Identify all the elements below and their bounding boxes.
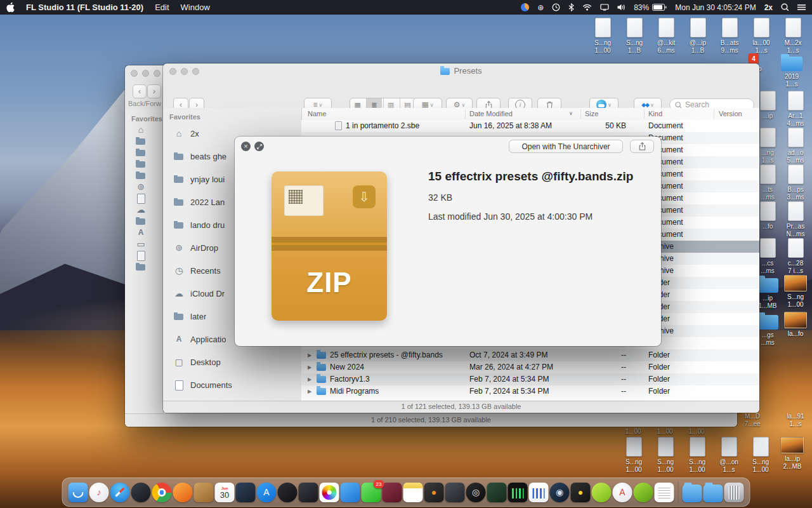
- photos-dock-icon[interactable]: [320, 483, 339, 502]
- mail-dock-icon[interactable]: [341, 483, 360, 502]
- desktop-icon[interactable]: M...D7...ee: [736, 413, 769, 428]
- app-badge-icon[interactable]: [521, 3, 529, 11]
- desktop-icon[interactable]: la...ip2...MB: [777, 437, 808, 471]
- documents-folder-dock-icon[interactable]: [704, 483, 723, 502]
- column-header-kind[interactable]: Kind: [648, 108, 662, 119]
- dark-app-2-dock-icon[interactable]: [236, 483, 256, 502]
- column-separator[interactable]: [644, 109, 645, 119]
- notes-dock-icon[interactable]: [403, 483, 423, 502]
- equalizer-app-dock-icon[interactable]: [508, 483, 528, 502]
- dark-app-1-dock-icon[interactable]: [131, 483, 151, 502]
- desktop-icon[interactable]: 20191...s: [775, 53, 808, 88]
- file-row[interactable]: ▶Midi ProgramsFeb 7, 2024 at 5:34 PM--Fo…: [301, 385, 759, 398]
- desktop-icon[interactable]: c...287 i...s: [779, 238, 812, 275]
- forward-button[interactable]: ›: [147, 84, 161, 98]
- music-dock-icon[interactable]: ♪: [89, 483, 109, 502]
- finder-dock-icon[interactable]: [69, 483, 88, 502]
- firefox-dock-icon[interactable]: [173, 483, 193, 502]
- desktop-icon[interactable]: la...001...s: [747, 18, 776, 55]
- downloads-folder-dock-icon[interactable]: [683, 483, 702, 502]
- desktop-icon[interactable]: S...ng1...00: [619, 437, 649, 474]
- chrome-dock-icon[interactable]: [152, 483, 172, 502]
- steam-dock-icon[interactable]: ◉: [550, 483, 570, 502]
- white-a-app-dock-icon[interactable]: A: [613, 483, 632, 502]
- column-separator[interactable]: [465, 109, 466, 119]
- desktop-icon[interactable]: S...ng1...00: [779, 275, 812, 309]
- desktop-icon[interactable]: la...911...s: [779, 413, 812, 428]
- menu-clock[interactable]: Mon Jun 30 4:05:24 PM: [675, 3, 756, 12]
- chart-app-dock-icon[interactable]: [529, 483, 549, 502]
- close-icon[interactable]: ×: [241, 142, 251, 151]
- fl-studio-dock-icon[interactable]: ●: [424, 483, 444, 502]
- quicklook-window[interactable]: × Open with The Unarchiver ⇩ ZIP 15 effe…: [235, 137, 661, 346]
- apple-menu-icon[interactable]: [6, 3, 15, 12]
- desktop-icon[interactable]: @...ip1...B: [683, 18, 712, 55]
- wifi-icon[interactable]: [582, 4, 592, 11]
- desktop-icon[interactable]: B...ps3...ms: [779, 164, 812, 201]
- close-button[interactable]: [131, 70, 138, 77]
- disclosure-triangle-icon[interactable]: ▶: [308, 385, 314, 398]
- desktop-icon[interactable]: Pr...asN...ms: [779, 201, 812, 238]
- share-button[interactable]: [630, 140, 654, 153]
- column-header-date-modified[interactable]: Date Modified: [469, 108, 513, 119]
- desktop-icon[interactable]: S...ng1...00: [682, 437, 712, 474]
- desktop-icon[interactable]: M...2x1...s: [778, 18, 808, 55]
- desktop-icon[interactable]: B...ats9...ms: [715, 18, 744, 55]
- back-button[interactable]: ‹: [133, 84, 147, 98]
- controller-app-dock-icon[interactable]: [445, 483, 465, 502]
- column-header-name[interactable]: Name: [308, 108, 326, 119]
- display-mode[interactable]: 2x: [764, 3, 773, 12]
- display-icon[interactable]: [600, 4, 609, 11]
- open-with-button[interactable]: Open with The Unarchiver: [509, 140, 623, 153]
- camera-app-dock-icon[interactable]: [299, 483, 318, 502]
- archive-box-dock-icon[interactable]: [194, 483, 214, 502]
- lime-app-dock-icon[interactable]: [592, 483, 612, 502]
- accessibility-icon[interactable]: ⊕: [537, 4, 544, 11]
- desktop-icon[interactable]: Ar...14...ms: [779, 91, 812, 128]
- calendar-dock-icon[interactable]: Jun30: [215, 483, 235, 502]
- minimize-button[interactable]: [142, 70, 149, 77]
- title-bar[interactable]: Presets: [163, 64, 759, 79]
- spotlight-icon[interactable]: [781, 3, 789, 11]
- app-maroon-dock-icon[interactable]: [383, 483, 402, 502]
- file-row[interactable]: 1 in portamento 2.sbeJun 16, 2025 at 8:3…: [301, 120, 759, 132]
- notification-center-icon[interactable]: [797, 4, 806, 11]
- fullscreen-icon[interactable]: [254, 142, 264, 151]
- desktop-icon[interactable]: S...ng1...00: [745, 437, 776, 474]
- active-app-name[interactable]: FL Studio 11 (FL Studio 11-20): [26, 3, 143, 12]
- desktop-icon[interactable]: ad...o5...ms: [779, 128, 812, 164]
- desktop-icon[interactable]: @...on1...s: [714, 437, 744, 474]
- zoom-button[interactable]: [192, 68, 199, 75]
- desktop-icon[interactable]: S...ng1...00: [650, 437, 681, 474]
- messages-dock-icon[interactable]: 23: [362, 483, 381, 502]
- close-button[interactable]: [169, 68, 176, 75]
- battery-menu-item[interactable]: 83%: [634, 3, 667, 12]
- column-separator[interactable]: [714, 109, 714, 119]
- time-machine-icon[interactable]: [552, 3, 560, 11]
- lime-app-2-dock-icon[interactable]: [634, 483, 653, 502]
- menu-edit[interactable]: Edit: [155, 3, 169, 12]
- desktop-icon[interactable]: la...fo: [779, 312, 812, 338]
- column-separator[interactable]: [580, 109, 581, 119]
- desktop-icon[interactable]: S...ng1...B: [620, 18, 649, 55]
- disclosure-triangle-icon[interactable]: ▶: [308, 361, 314, 373]
- fl-studio-2-dock-icon[interactable]: ●: [571, 483, 591, 502]
- disclosure-triangle-icon[interactable]: ▶: [308, 349, 314, 361]
- file-row[interactable]: ▶New 2024Mar 26, 2024 at 4:27 PM--Folder: [301, 361, 759, 373]
- textedit-dock-icon[interactable]: [655, 483, 674, 502]
- column-header-version[interactable]: Version: [719, 108, 742, 119]
- volume-icon[interactable]: [617, 4, 625, 11]
- disclosure-triangle-icon[interactable]: ▶: [308, 373, 314, 385]
- trash-dock-icon[interactable]: [724, 483, 744, 502]
- dark-green-app-dock-icon[interactable]: [487, 483, 507, 502]
- menu-window[interactable]: Window: [181, 3, 210, 12]
- sidebar-item-documents[interactable]: Documents: [163, 373, 301, 396]
- obs-dock-icon[interactable]: ◎: [466, 483, 486, 502]
- sidebar-item-desktop[interactable]: ▢Desktop: [163, 351, 301, 373]
- bluetooth-icon[interactable]: [568, 3, 574, 11]
- app-store-dock-icon[interactable]: A: [257, 483, 277, 502]
- desktop-icon[interactable]: S...ng1...00: [588, 18, 617, 55]
- minimize-button[interactable]: [181, 68, 188, 75]
- file-row[interactable]: ▶Factoryv1.3Feb 7, 2024 at 5:34 PM--Fold…: [301, 373, 759, 385]
- column-header-size[interactable]: Size: [585, 108, 598, 119]
